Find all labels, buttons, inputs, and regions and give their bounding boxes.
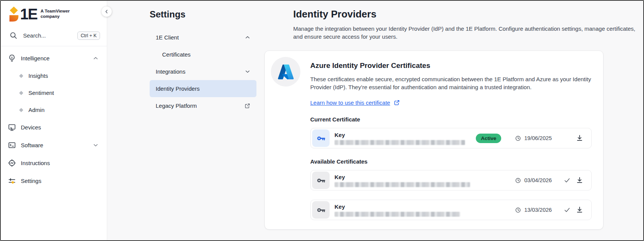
available-certificates-heading: Available Certificates bbox=[310, 158, 592, 165]
chevron-left-icon bbox=[104, 9, 109, 14]
settings-panel: Settings 1E Client Certificates Integrat… bbox=[107, 1, 264, 240]
settings-tree: 1E Client Certificates Integrations Iden… bbox=[150, 29, 256, 114]
sidebar-subitem-label: Insights bbox=[28, 72, 48, 79]
sidebar-item-label: Software bbox=[21, 142, 43, 148]
tree-item-certificates[interactable]: Certificates bbox=[150, 46, 256, 63]
download-button[interactable] bbox=[575, 134, 584, 142]
certificate-row-available-2: Key 13/03/2026 bbox=[310, 200, 592, 220]
expiry-date: 13/03/2026 bbox=[515, 207, 559, 213]
provider-avatar bbox=[271, 57, 300, 87]
sidebar-item-admin[interactable]: Admin bbox=[1, 101, 107, 118]
download-icon bbox=[575, 134, 584, 142]
brand-tagline: A TeamViewer company bbox=[41, 9, 70, 19]
expiry-date-text: 19/06/2025 bbox=[524, 135, 552, 141]
sidebar-item-instructions[interactable]: Instructions bbox=[1, 154, 107, 172]
clock-icon bbox=[515, 135, 521, 142]
key-icon bbox=[312, 201, 330, 219]
sidebar-item-label: Intelligence bbox=[21, 55, 50, 61]
azure-logo-icon bbox=[277, 63, 294, 80]
download-icon bbox=[575, 206, 584, 214]
tree-item-label: Legacy Platform bbox=[156, 102, 197, 109]
expiry-date-text: 13/03/2026 bbox=[524, 207, 552, 213]
sliders-icon bbox=[8, 176, 16, 185]
sidebar-item-intelligence[interactable]: Intelligence bbox=[1, 49, 107, 67]
tree-item-identity-providers[interactable]: Identity Providers bbox=[150, 80, 256, 97]
lightbulb-icon bbox=[8, 54, 16, 63]
chevron-up-icon bbox=[93, 55, 98, 61]
search-shortcut-badge: Ctrl + K bbox=[77, 32, 100, 40]
link-label: Learn how to use this certificate bbox=[310, 99, 390, 106]
certificate-meta: Active 19/06/2025 bbox=[476, 134, 584, 143]
expiry-date-text: 03/04/2026 bbox=[524, 177, 552, 183]
certificate-info: Key bbox=[335, 132, 465, 145]
certificate-meta: 03/04/2026 bbox=[515, 176, 584, 184]
masked-key-value bbox=[335, 182, 470, 187]
sidebar-item-label: Settings bbox=[21, 178, 41, 184]
download-icon bbox=[575, 176, 584, 184]
tree-item-1e-client[interactable]: 1E Client bbox=[150, 29, 256, 46]
status-badge: Active bbox=[476, 134, 501, 143]
card-body: Azure Identity Provider Certificates The… bbox=[310, 57, 597, 220]
check-icon bbox=[563, 206, 571, 214]
sidebar: 1E A TeamViewer company Search... Ctrl +… bbox=[1, 1, 107, 240]
external-link-icon bbox=[244, 103, 250, 109]
diamond-bullet-icon bbox=[19, 91, 23, 95]
diamond-bullet-icon bbox=[19, 108, 23, 112]
key-icon bbox=[312, 129, 330, 147]
card-description: These certificates enable secure, encryp… bbox=[310, 75, 592, 91]
select-certificate-button[interactable] bbox=[559, 206, 575, 214]
terminal-icon bbox=[8, 141, 16, 150]
masked-key-value bbox=[335, 140, 465, 145]
expiry-date: 03/04/2026 bbox=[515, 177, 559, 184]
tagline-line1: A TeamViewer bbox=[41, 9, 70, 14]
certificate-row-available-1: Key 03/04/2026 bbox=[310, 170, 592, 191]
tagline-line2: company bbox=[41, 14, 70, 19]
download-button[interactable] bbox=[575, 206, 584, 214]
certificate-label: Key bbox=[335, 132, 465, 138]
tree-item-label: Identity Providers bbox=[156, 85, 200, 92]
current-certificate-heading: Current Certificate bbox=[310, 116, 592, 123]
key-icon bbox=[312, 172, 330, 189]
monitor-icon bbox=[8, 123, 16, 132]
certificate-info: Key bbox=[335, 203, 460, 217]
sidebar-nav: Intelligence Insights Sentiment Admin bbox=[1, 46, 107, 190]
sidebar-item-insights[interactable]: Insights bbox=[1, 67, 107, 84]
chevron-down-icon bbox=[93, 142, 98, 148]
search-icon bbox=[9, 31, 18, 40]
card-title: Azure Identity Provider Certificates bbox=[310, 61, 592, 70]
learn-certificate-link[interactable]: Learn how to use this certificate bbox=[310, 99, 400, 106]
azure-certificates-card: Azure Identity Provider Certificates The… bbox=[264, 50, 603, 230]
tree-item-label: Integrations bbox=[156, 68, 185, 75]
select-certificate-button[interactable] bbox=[559, 176, 575, 184]
chevron-down-icon bbox=[245, 69, 250, 74]
tree-item-integrations[interactable]: Integrations bbox=[150, 63, 256, 80]
logo-row: 1E A TeamViewer company bbox=[1, 1, 107, 26]
sidebar-collapse-button[interactable] bbox=[102, 6, 112, 17]
settings-panel-title: Settings bbox=[150, 9, 264, 20]
page-description: Manage the integration between your Iden… bbox=[293, 25, 643, 41]
compass-icon bbox=[8, 159, 16, 167]
masked-key-value bbox=[335, 212, 460, 217]
external-link-icon bbox=[394, 99, 400, 106]
certificate-label: Key bbox=[335, 203, 460, 210]
tree-item-label: Certificates bbox=[162, 51, 191, 58]
sidebar-item-sentiment[interactable]: Sentiment bbox=[1, 84, 107, 101]
1e-logo-icon bbox=[8, 6, 19, 22]
page-header: Identity Providers Manage the integratio… bbox=[264, 8, 643, 41]
diamond-bullet-icon bbox=[19, 74, 23, 78]
logo-wordmark: 1E bbox=[20, 6, 37, 22]
tree-item-legacy-platform[interactable]: Legacy Platform bbox=[150, 97, 256, 114]
sidebar-item-settings[interactable]: Settings bbox=[1, 172, 107, 190]
app-window: 1E A TeamViewer company Search... Ctrl +… bbox=[0, 0, 644, 241]
sidebar-subitem-label: Admin bbox=[28, 107, 45, 113]
search-bar[interactable]: Search... Ctrl + K bbox=[1, 26, 107, 46]
certificate-row-current: Key Active 19/06/2025 bbox=[310, 128, 592, 148]
certificate-meta: 13/03/2026 bbox=[515, 206, 584, 214]
sidebar-item-software[interactable]: Software bbox=[1, 136, 107, 154]
clock-icon bbox=[515, 177, 521, 184]
chevron-up-icon bbox=[245, 35, 250, 40]
certificate-label: Key bbox=[335, 174, 470, 180]
check-icon bbox=[563, 176, 571, 184]
download-button[interactable] bbox=[575, 176, 584, 184]
sidebar-item-devices[interactable]: Devices bbox=[1, 118, 107, 136]
